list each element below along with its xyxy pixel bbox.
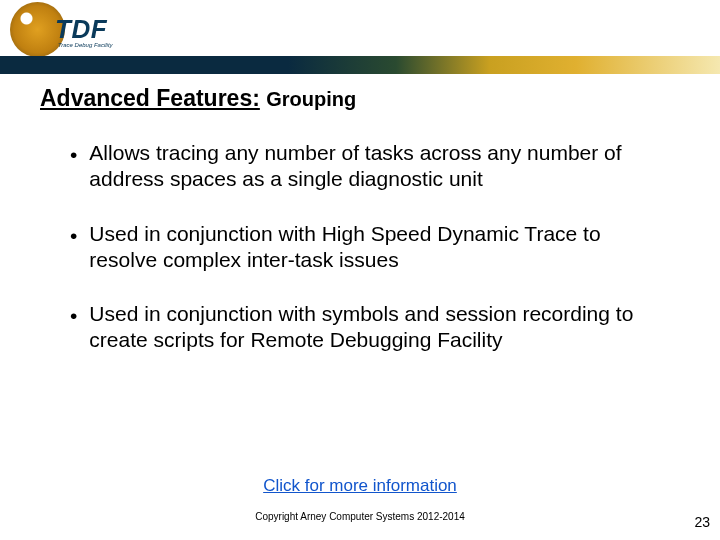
slide-content: • Allows tracing any number of tasks acr…	[70, 140, 660, 382]
slide-title: Advanced Features: Grouping	[40, 85, 356, 112]
header-band	[0, 56, 720, 74]
slide-header: TDF Trace Debug Facility	[0, 0, 720, 80]
bullet-dot-icon: •	[70, 303, 77, 329]
page-number: 23	[694, 514, 710, 530]
bullet-item: • Used in conjunction with High Speed Dy…	[70, 221, 660, 274]
bullet-dot-icon: •	[70, 223, 77, 249]
title-main: Advanced Features:	[40, 85, 260, 111]
logo-text: TDF	[55, 14, 107, 45]
bullet-text: Allows tracing any number of tasks acros…	[89, 140, 660, 193]
more-info-link-wrap: Click for more information	[0, 476, 720, 496]
title-sub: Grouping	[266, 88, 356, 110]
bullet-item: • Allows tracing any number of tasks acr…	[70, 140, 660, 193]
bullet-dot-icon: •	[70, 142, 77, 168]
bullet-item: • Used in conjunction with symbols and s…	[70, 301, 660, 354]
bullet-text: Used in conjunction with symbols and ses…	[89, 301, 660, 354]
logo-subtext: Trace Debug Facility	[58, 42, 113, 48]
bullet-text: Used in conjunction with High Speed Dyna…	[89, 221, 660, 274]
copyright: Copyright Arney Computer Systems 2012-20…	[0, 511, 720, 522]
more-info-link[interactable]: Click for more information	[263, 476, 457, 495]
